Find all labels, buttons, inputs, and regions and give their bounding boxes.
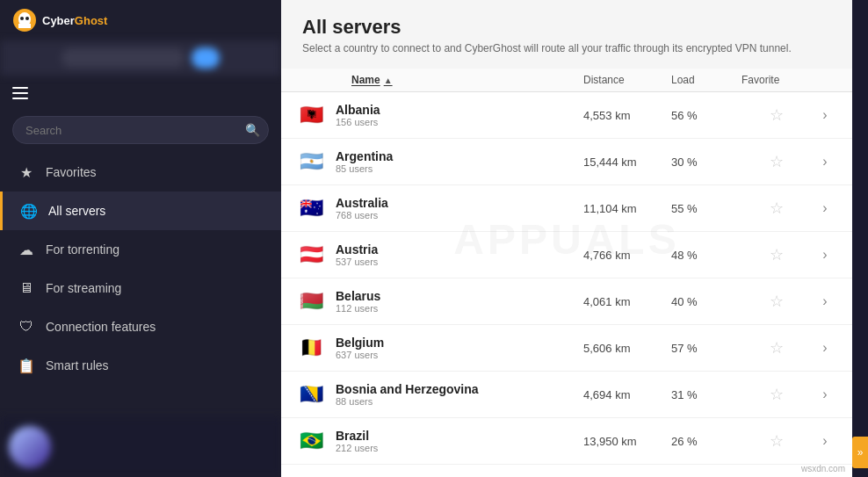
table-row[interactable]: 🇧🇦 Bosnia and Herzegovina 88 users 4,694… <box>281 372 852 418</box>
chevron-cell[interactable]: › <box>812 387 838 402</box>
table-row[interactable]: 🇧🇷 Brazil 212 users 13,950 km 26 % ☆ › <box>281 418 852 465</box>
table-row[interactable]: 🇦🇱 Albania 156 users 4,553 km 56 % ☆ › <box>281 92 852 139</box>
column-favorite: Favorite <box>741 74 812 86</box>
sidebar-item-for-streaming[interactable]: 🖥 For streaming <box>0 269 281 307</box>
country-cell: 🇧🇷 Brazil 212 users <box>295 425 583 457</box>
country-name: Argentina <box>336 149 393 163</box>
sort-arrow-icon: ▲ <box>384 76 393 85</box>
country-info: Belarus 112 users <box>336 289 380 314</box>
flag-icon: 🇦🇺 <box>295 192 327 224</box>
flag-icon: 🇧🇾 <box>295 285 327 317</box>
logo-cyber: Cyber <box>42 14 75 27</box>
distance-cell: 4,694 km <box>583 388 671 401</box>
favorite-cell[interactable]: ☆ <box>741 152 812 171</box>
main-content: All servers Select a country to connect … <box>281 0 852 477</box>
column-distance: Distance <box>583 74 671 86</box>
flag-icon: 🇦🇹 <box>295 239 327 271</box>
server-table[interactable]: Name ▲ Distance Load Favorite 🇦🇱 Albania… <box>281 69 852 477</box>
star-icon[interactable]: ☆ <box>770 292 784 311</box>
country-cell: 🇧🇦 Bosnia and Herzegovina 88 users <box>295 379 583 410</box>
sidebar-item-for-torrenting[interactable]: ☁ For torrenting <box>0 230 281 269</box>
sidebar-item-label-connection-features: Connection features <box>46 320 156 334</box>
column-name[interactable]: Name ▲ <box>351 74 583 86</box>
sidebar-item-favorites[interactable]: ★ Favorites <box>0 153 281 192</box>
favorite-cell[interactable]: ☆ <box>741 385 812 404</box>
star-icon[interactable]: ☆ <box>770 105 784 125</box>
favorite-cell[interactable]: ☆ <box>741 338 812 358</box>
country-cell: 🇦🇷 Argentina 85 users <box>295 146 583 177</box>
favorite-cell[interactable]: ☆ <box>741 199 812 218</box>
table-row[interactable]: 🇦🇺 Australia 768 users 11,104 km 55 % ☆ … <box>281 185 852 232</box>
chevron-right-icon[interactable]: › <box>822 293 827 309</box>
chevron-cell[interactable]: › <box>812 200 838 216</box>
sidebar-item-smart-rules[interactable]: 📋 Smart rules <box>0 346 281 385</box>
sidebar-item-all-servers[interactable]: 🌐 All servers <box>0 192 281 230</box>
table-body: 🇦🇱 Albania 156 users 4,553 km 56 % ☆ › 🇦… <box>281 92 852 477</box>
search-icon: 🔍 <box>245 123 260 137</box>
table-row[interactable]: 🇦🇹 Austria 537 users 4,766 km 48 % ☆ › <box>281 232 852 278</box>
chevron-right-icon[interactable]: › <box>822 433 827 449</box>
star-icon[interactable]: ☆ <box>770 385 784 404</box>
chevron-right-icon[interactable]: › <box>822 107 827 123</box>
country-name: Belgium <box>336 336 384 350</box>
country-name: Bosnia and Herzegovina <box>336 382 479 396</box>
chevron-right-icon[interactable]: › <box>822 247 827 263</box>
chevron-cell[interactable]: › <box>812 293 838 309</box>
nav-items: ★ Favorites 🌐 All servers ☁ For torrenti… <box>0 149 281 417</box>
hamburger-line-3 <box>12 98 28 99</box>
star-icon[interactable]: ☆ <box>770 245 784 264</box>
sidebar-item-label-for-streaming: For streaming <box>46 281 121 295</box>
chevron-right-icon[interactable]: › <box>822 387 827 402</box>
star-icon[interactable]: ☆ <box>770 431 784 451</box>
chevron-right-icon[interactable]: › <box>822 340 827 356</box>
table-row[interactable]: 🇦🇷 Argentina 85 users 15,444 km 30 % ☆ › <box>281 139 852 185</box>
table-row[interactable]: 🇧🇪 Belgium 637 users 5,606 km 57 % ☆ › <box>281 325 852 372</box>
chevron-right-icon[interactable]: › <box>822 200 827 216</box>
table-row[interactable]: 🇧🇬 Bulgaria 126 users 4,251 km 45 % ☆ › <box>281 465 852 477</box>
load-cell: 31 % <box>671 388 741 401</box>
search-input[interactable] <box>12 116 269 144</box>
favorite-cell[interactable]: ☆ <box>741 105 812 125</box>
chevron-cell[interactable]: › <box>812 340 838 356</box>
chevron-cell[interactable]: › <box>812 433 838 449</box>
svg-point-4 <box>20 17 24 20</box>
country-cell: 🇧🇾 Belarus 112 users <box>295 285 583 317</box>
hamburger-menu[interactable] <box>12 87 28 99</box>
star-icon[interactable]: ☆ <box>770 199 784 218</box>
table-row[interactable]: 🇧🇾 Belarus 112 users 4,061 km 40 % ☆ › <box>281 278 852 325</box>
chevron-cell[interactable]: › <box>812 154 838 170</box>
favorite-cell[interactable]: ☆ <box>741 292 812 311</box>
expand-button[interactable]: » <box>852 437 868 468</box>
country-info: Argentina 85 users <box>336 149 393 174</box>
distance-cell: 4,553 km <box>583 109 671 122</box>
country-users: 85 users <box>336 163 393 174</box>
country-name: Austria <box>336 242 378 257</box>
connected-label <box>61 48 184 68</box>
load-cell: 40 % <box>671 295 741 308</box>
chevron-cell[interactable]: › <box>812 247 838 263</box>
svg-point-5 <box>25 17 29 20</box>
hamburger-row <box>0 76 281 111</box>
star-icon[interactable]: ☆ <box>770 152 784 171</box>
sidebar-item-label-smart-rules: Smart rules <box>46 358 109 372</box>
sidebar-item-connection-features[interactable]: 🛡 Connection features <box>0 307 281 346</box>
sidebar-item-label-for-torrenting: For torrenting <box>46 242 119 257</box>
sidebar-item-label-favorites: Favorites <box>46 165 97 179</box>
country-users: 212 users <box>336 443 378 453</box>
country-name: Albania <box>336 103 380 117</box>
flag-icon: 🇦🇷 <box>295 146 327 177</box>
favorite-cell[interactable]: ☆ <box>741 245 812 264</box>
chevron-right-icon[interactable]: › <box>822 154 827 170</box>
rules-icon: 📋 <box>18 358 35 374</box>
connect-button[interactable] <box>192 47 220 69</box>
sidebar-bottom <box>0 417 281 477</box>
country-name: Australia <box>336 196 388 210</box>
country-cell: 🇦🇹 Austria 537 users <box>295 239 583 271</box>
chevron-cell[interactable]: › <box>812 107 838 123</box>
search-container: 🔍 <box>0 111 281 149</box>
favorite-cell[interactable]: ☆ <box>741 431 812 451</box>
star-icon[interactable]: ☆ <box>770 338 784 358</box>
country-info: Albania 156 users <box>336 103 380 127</box>
sidebar-item-label-all-servers: All servers <box>48 204 105 218</box>
country-info: Bosnia and Herzegovina 88 users <box>336 382 479 407</box>
